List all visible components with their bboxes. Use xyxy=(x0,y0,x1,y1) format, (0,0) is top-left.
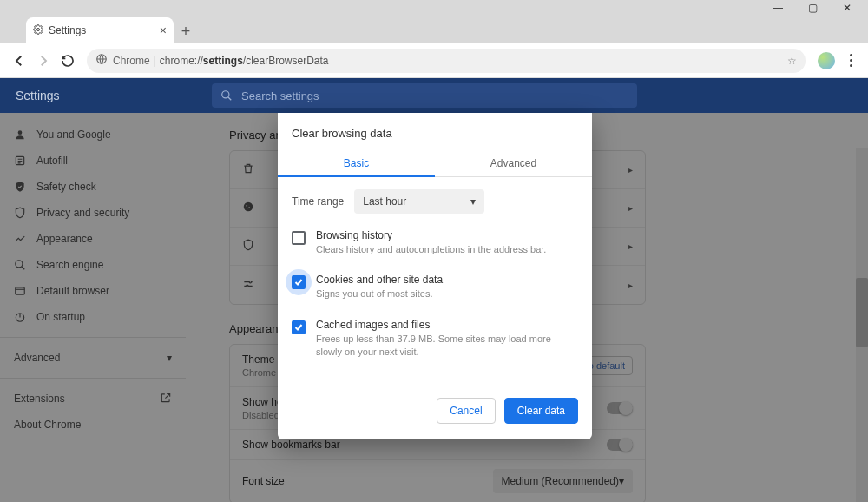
time-range-label: Time range xyxy=(292,195,344,208)
search-placeholder: Search settings xyxy=(241,89,319,102)
settings-search[interactable]: Search settings xyxy=(212,83,637,108)
svg-point-0 xyxy=(37,28,40,30)
forward-button[interactable] xyxy=(31,49,56,73)
tab-close-icon[interactable]: × xyxy=(160,23,167,37)
svg-point-2 xyxy=(222,91,229,98)
reload-button[interactable] xyxy=(56,49,80,73)
omnibox-label: Chrome xyxy=(113,55,150,67)
time-range-row: Time range Last hour ▾ xyxy=(278,177,592,221)
clear-browsing-data-dialog: Clear browsing data Basic Advanced Time … xyxy=(278,113,592,439)
search-icon xyxy=(220,89,233,102)
dialog-title: Clear browsing data xyxy=(278,113,592,150)
gear-icon xyxy=(33,24,43,37)
maximize-button[interactable]: ▢ xyxy=(795,2,830,14)
dialog-tabs: Basic Advanced xyxy=(278,150,592,177)
window-titlebar: — ▢ ✕ xyxy=(0,0,868,12)
site-info-icon[interactable] xyxy=(95,53,108,68)
settings-body: You and Google Autofill Safety check Pri… xyxy=(0,113,868,502)
dialog-tab-advanced[interactable]: Advanced xyxy=(435,150,592,176)
settings-header: Settings Search settings xyxy=(0,78,868,113)
browser-tab-settings[interactable]: Settings × xyxy=(26,17,174,43)
close-window-button[interactable]: ✕ xyxy=(830,2,865,14)
bookmark-star-icon[interactable]: ☆ xyxy=(787,55,797,67)
minimize-button[interactable]: — xyxy=(760,2,795,14)
tab-title: Settings xyxy=(49,24,86,36)
option-cookies[interactable]: Cookies and other site data Signs you ou… xyxy=(278,265,592,309)
dialog-buttons: Cancel Clear data xyxy=(278,368,592,429)
checkbox-browsing-history[interactable] xyxy=(292,231,306,245)
back-button[interactable] xyxy=(7,49,31,73)
chevron-down-icon: ▾ xyxy=(470,195,476,208)
omnibox-url: chrome://settings/clearBrowserData xyxy=(160,55,329,67)
new-tab-button[interactable]: + xyxy=(174,19,198,43)
option-cached[interactable]: Cached images and files Frees up less th… xyxy=(278,310,592,368)
browser-toolbar: Chrome | chrome://settings/clearBrowserD… xyxy=(0,43,868,78)
dialog-tab-basic[interactable]: Basic xyxy=(278,150,435,176)
tab-strip: Settings × + xyxy=(0,12,868,43)
option-browsing-history[interactable]: Browsing history Clears history and auto… xyxy=(278,221,592,265)
profile-avatar[interactable] xyxy=(818,52,835,69)
checkbox-cookies[interactable] xyxy=(292,275,306,289)
time-range-select[interactable]: Last hour ▾ xyxy=(354,189,484,214)
settings-title: Settings xyxy=(0,89,212,102)
cancel-button[interactable]: Cancel xyxy=(437,398,495,424)
omnibox[interactable]: Chrome | chrome://settings/clearBrowserD… xyxy=(87,49,806,73)
clear-data-button[interactable]: Clear data xyxy=(504,398,578,424)
checkbox-cached[interactable] xyxy=(292,320,306,334)
chrome-menu-button[interactable] xyxy=(840,54,861,67)
